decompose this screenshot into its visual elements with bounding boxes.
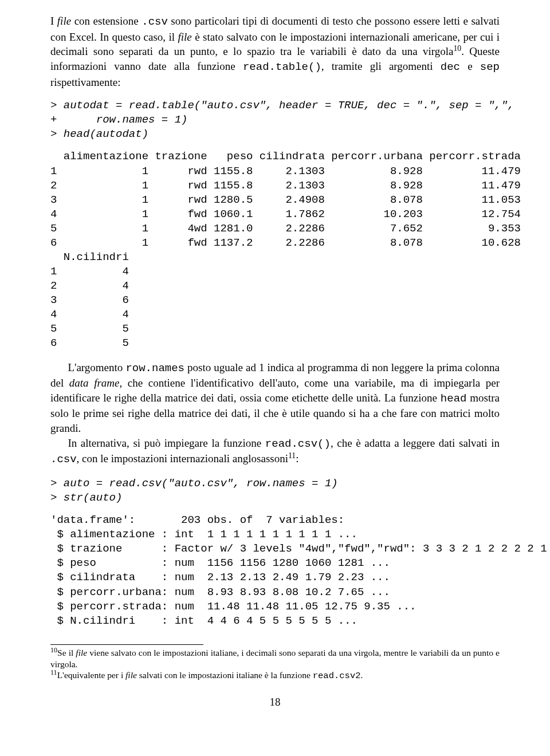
t: .csv [50, 453, 77, 466]
t: , tramite gli argomenti [321, 60, 441, 72]
footnote-ref-10: 10 [453, 44, 461, 53]
code-block-2: > auto = read.csv("auto.csv", row.names … [50, 477, 500, 505]
t: con estensione [71, 15, 142, 27]
paragraph-2: L'argomento row.names posto uguale ad 1 … [50, 360, 500, 436]
t: L'argomento [68, 361, 125, 373]
paragraph-3: In alternativa, si può impiegare la funz… [50, 436, 500, 467]
footnote-rule [50, 644, 203, 645]
t: dec [441, 61, 460, 73]
output-block-2: 'data.frame': 203 obs. of 7 variables: $… [50, 513, 500, 628]
t: . [360, 670, 363, 680]
footnote-num: 11 [50, 668, 57, 676]
t: , con le impostazioni internazionali ang… [77, 452, 288, 464]
t: .csv [142, 15, 168, 28]
paragraph-1: I file con estensione .csv sono particol… [50, 14, 500, 89]
t: In alternativa, si può impiegare la funz… [68, 437, 265, 449]
footnote-ref-11: 11 [288, 451, 296, 460]
t: sep [480, 61, 500, 73]
t: read.csv() [265, 438, 331, 450]
t: head [441, 392, 467, 405]
t: read.table() [243, 61, 321, 73]
t: I [50, 15, 57, 27]
t: rispettivamente: [50, 76, 120, 88]
page-number: 18 [50, 695, 500, 710]
footnote-11: 11L'equivalente per i file salvati con l… [50, 670, 500, 682]
footnote-num: 10 [50, 646, 57, 654]
t: L'equivalente per i [57, 670, 125, 680]
t: salvati con le impostazioni italiane è l… [137, 670, 313, 680]
output-block-1: alimentazione trazione peso cilindrata p… [50, 149, 500, 351]
t: row.names [125, 362, 184, 375]
footnote-10: 10Se il file viene salvato con le impost… [50, 647, 500, 670]
t: file [57, 15, 71, 27]
t: e [460, 60, 480, 72]
t: file [178, 31, 192, 43]
t: Se il [57, 648, 76, 657]
t: file [76, 648, 87, 657]
t: viene salvato con le impostazioni italia… [50, 648, 500, 669]
t: read.csv2 [313, 671, 361, 681]
t: data frame [69, 377, 120, 389]
t: : [296, 452, 298, 464]
t: file [125, 670, 137, 680]
code-block-1: > autodat = read.table("auto.csv", heade… [50, 99, 500, 141]
t: , che è adatta a leggere dati salvati in [331, 437, 500, 449]
